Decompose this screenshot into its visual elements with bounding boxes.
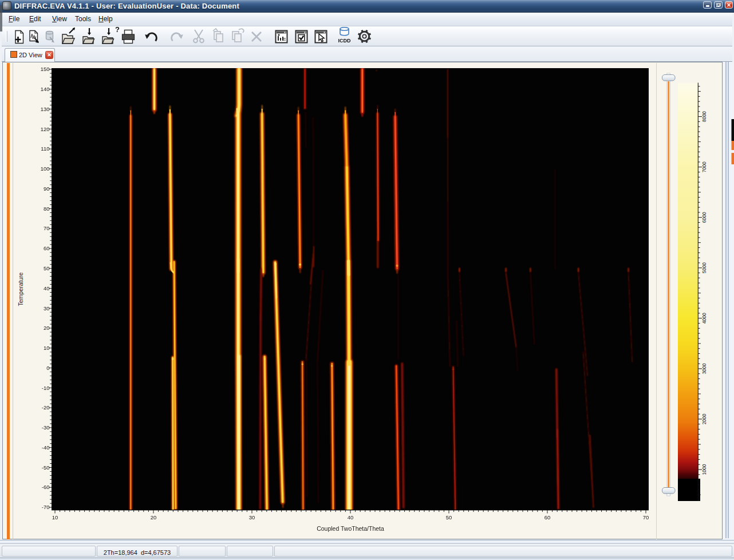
svg-text:40: 40 [348,514,354,520]
svg-text:30: 30 [44,305,50,311]
svg-text:Coupled TwoTheta/Theta: Coupled TwoTheta/Theta [317,525,384,532]
svg-text:6000: 6000 [701,212,707,223]
svg-text:20: 20 [44,325,50,331]
svg-text:110: 110 [41,145,49,152]
svg-text:5000: 5000 [701,262,707,273]
svg-text:130: 130 [41,106,50,112]
svg-text:7000: 7000 [701,161,707,172]
svg-text:90: 90 [44,186,50,192]
svg-text:8000: 8000 [701,111,707,122]
svg-text:2000: 2000 [701,413,707,424]
svg-text:?: ? [115,25,120,34]
svg-text:150: 150 [41,66,50,72]
svg-text:1000: 1000 [701,464,707,475]
svg-text:120: 120 [41,126,50,132]
svg-text:100: 100 [41,165,50,172]
svg-text:-60: -60 [42,484,50,490]
svg-text:60: 60 [544,514,551,520]
svg-text:-70: -70 [42,504,50,510]
svg-text:20: 20 [151,514,157,520]
svg-text:0: 0 [46,365,49,371]
svg-text:140: 140 [41,86,50,92]
svg-text:30: 30 [249,514,255,520]
svg-text:-20: -20 [42,404,50,411]
svg-text:70: 70 [643,514,649,520]
svg-text:50: 50 [446,514,452,520]
svg-text:10: 10 [44,345,50,351]
svg-text:-30: -30 [42,424,50,431]
svg-text:60: 60 [44,245,50,251]
svg-text:-50: -50 [42,464,50,471]
svg-text:3000: 3000 [701,363,707,374]
svg-text:4000: 4000 [701,313,707,324]
svg-text:10: 10 [52,514,58,520]
svg-text:-40: -40 [42,444,50,451]
svg-text:50: 50 [44,265,50,271]
svg-text:Temperature: Temperature [17,272,24,306]
svg-text:80: 80 [44,206,50,212]
svg-text:ICDD: ICDD [338,38,351,44]
svg-text:70: 70 [44,225,50,231]
svg-text:40: 40 [44,285,50,291]
svg-text:-10: -10 [42,385,50,391]
